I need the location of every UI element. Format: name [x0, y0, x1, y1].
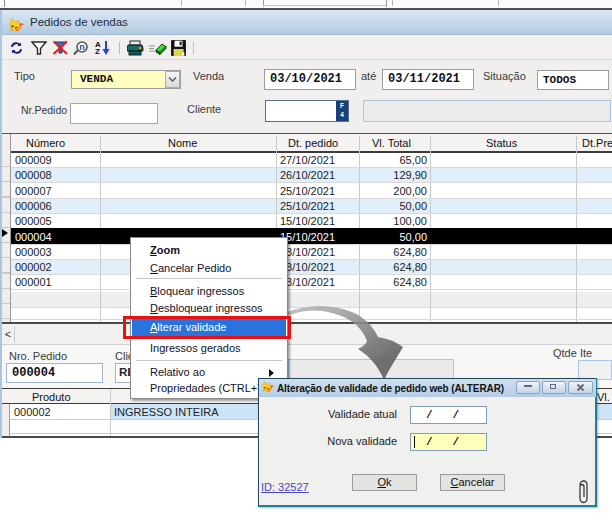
svg-text:n: n — [79, 42, 85, 52]
